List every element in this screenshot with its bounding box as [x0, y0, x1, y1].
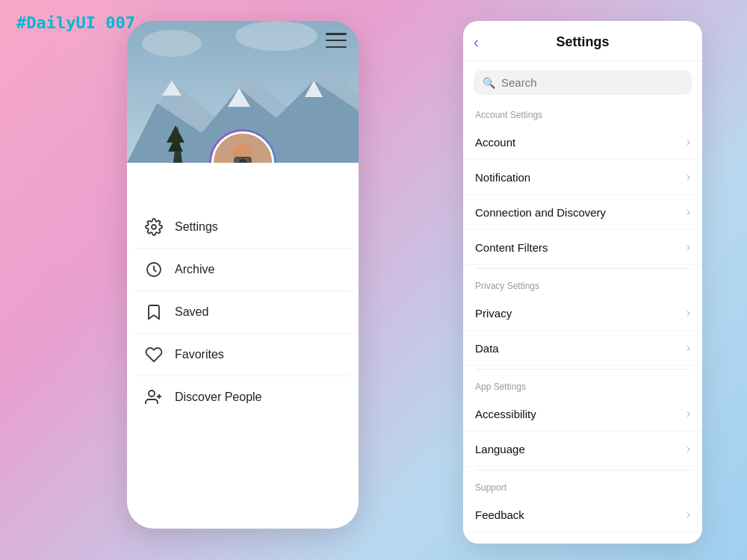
saved-label: Saved — [175, 305, 208, 319]
phone-left: Settings Archive Saved Favorites — [127, 21, 359, 529]
chevron-right-icon: › — [686, 306, 690, 320]
feedback-label: Feedback — [475, 508, 524, 521]
divider-2 — [475, 369, 690, 370]
settings-item-data[interactable]: Data › — [463, 331, 702, 366]
chevron-right-icon: › — [686, 240, 690, 254]
favorites-label: Favorites — [175, 348, 224, 361]
hamburger-button[interactable] — [326, 33, 347, 48]
branding-label: #DailyUI 007 — [16, 13, 135, 32]
account-label: Account — [475, 136, 515, 149]
settings-scroll: Account Settings Account › Notification … — [463, 101, 702, 544]
settings-item-connection[interactable]: Connection and Discovery › — [463, 195, 702, 230]
avatar-image — [214, 134, 272, 163]
section-label-app: App Settings — [463, 373, 702, 396]
clock-icon — [145, 261, 163, 279]
chevron-right-icon: › — [686, 442, 690, 455]
settings-item-help-center[interactable]: Help Center › — [463, 532, 702, 544]
section-label-support: Support — [463, 473, 702, 497]
settings-item-feedback[interactable]: Feedback › — [463, 497, 702, 532]
content-filters-label: Content Filters — [475, 241, 548, 254]
menu-item-settings[interactable]: Settings — [134, 206, 351, 249]
settings-header: ‹ Settings — [463, 21, 702, 61]
person-add-icon — [145, 388, 163, 406]
archive-label: Archive — [175, 263, 214, 276]
settings-panel: ‹ Settings 🔍 Account Settings Account › … — [463, 21, 702, 544]
gear-icon — [145, 218, 163, 236]
settings-title: Settings — [556, 34, 609, 50]
menu-item-archive[interactable]: Archive — [134, 249, 351, 291]
chevron-right-icon: › — [686, 341, 690, 355]
menu-item-discover[interactable]: Discover People — [134, 376, 351, 418]
svg-point-19 — [149, 391, 155, 396]
divider-3 — [475, 470, 690, 470]
side-menu: Settings Archive Saved Favorites — [127, 206, 359, 418]
chevron-right-icon: › — [686, 508, 690, 521]
data-label: Data — [475, 342, 499, 355]
settings-item-notification[interactable]: Notification › — [463, 160, 702, 195]
settings-item-privacy[interactable]: Privacy › — [463, 296, 702, 331]
privacy-label: Privacy — [475, 307, 512, 320]
section-label-account: Account Settings — [463, 101, 702, 125]
divider-1 — [475, 268, 690, 269]
chevron-right-icon: › — [686, 170, 690, 184]
search-icon: 🔍 — [483, 77, 495, 89]
accessibility-label: Accessibility — [475, 408, 536, 420]
chevron-right-icon: › — [686, 407, 690, 420]
settings-item-content-filters[interactable]: Content Filters › — [463, 230, 702, 265]
chevron-right-icon: › — [686, 543, 690, 544]
svg-point-2 — [235, 21, 317, 51]
settings-label: Settings — [175, 220, 218, 234]
back-button[interactable]: ‹ — [474, 34, 479, 51]
section-label-privacy: Privacy Settings — [463, 272, 702, 296]
help-center-label: Help Center — [475, 544, 535, 544]
settings-item-accessibility[interactable]: Accessibility › — [463, 396, 702, 432]
settings-item-language[interactable]: Language › — [463, 432, 702, 467]
menu-item-favorites[interactable]: Favorites — [134, 334, 351, 376]
settings-item-account[interactable]: Account › — [463, 125, 702, 160]
chevron-right-icon: › — [686, 205, 690, 219]
connection-label: Connection and Discovery — [475, 206, 606, 219]
language-label: Language — [475, 443, 525, 455]
search-input[interactable] — [501, 76, 683, 89]
svg-point-17 — [152, 225, 156, 229]
heart-icon — [145, 346, 163, 364]
chevron-right-icon: › — [686, 135, 690, 149]
menu-item-saved[interactable]: Saved — [134, 291, 351, 334]
search-bar: 🔍 — [474, 70, 692, 95]
bookmark-icon — [145, 303, 163, 321]
notification-label: Notification — [475, 171, 530, 184]
profile-header — [127, 21, 359, 163]
discover-label: Discover People — [175, 391, 262, 404]
svg-point-1 — [142, 30, 202, 57]
